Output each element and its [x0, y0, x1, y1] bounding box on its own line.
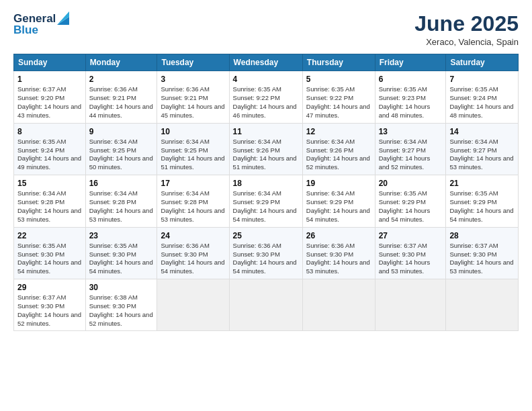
- day-info: Sunrise: 6:34 AMSunset: 9:28 PMDaylight:…: [161, 189, 224, 222]
- calendar-cell: [302, 279, 375, 330]
- day-number: 25: [233, 230, 299, 241]
- day-number: 26: [306, 230, 371, 241]
- day-info: Sunrise: 6:37 AMSunset: 9:30 PMDaylight:…: [379, 242, 431, 275]
- calendar-cell: 4Sunrise: 6:35 AMSunset: 9:22 PMDaylight…: [229, 71, 302, 123]
- calendar-cell: [375, 279, 446, 330]
- day-info: Sunrise: 6:35 AMSunset: 9:29 PMDaylight:…: [449, 189, 513, 222]
- calendar-cell: 30Sunrise: 6:38 AMSunset: 9:30 PMDayligh…: [85, 279, 157, 330]
- day-info: Sunrise: 6:35 AMSunset: 9:24 PMDaylight:…: [449, 85, 513, 118]
- calendar-cell: 12Sunrise: 6:34 AMSunset: 9:26 PMDayligh…: [302, 123, 375, 175]
- day-number: 24: [161, 230, 225, 241]
- day-info: Sunrise: 6:34 AMSunset: 9:27 PMDaylight:…: [379, 138, 431, 171]
- logo-icon: [57, 11, 69, 25]
- day-info: Sunrise: 6:36 AMSunset: 9:30 PMDaylight:…: [233, 242, 297, 275]
- day-info: Sunrise: 6:38 AMSunset: 9:30 PMDaylight:…: [89, 293, 153, 326]
- day-info: Sunrise: 6:37 AMSunset: 9:30 PMDaylight:…: [449, 242, 513, 275]
- subtitle: Xeraco, Valencia, Spain: [414, 37, 519, 47]
- day-number: 22: [17, 230, 82, 241]
- calendar-cell: 11Sunrise: 6:34 AMSunset: 9:26 PMDayligh…: [229, 123, 302, 175]
- day-number: 17: [161, 178, 225, 189]
- calendar-week-row: 22Sunrise: 6:35 AMSunset: 9:30 PMDayligh…: [14, 227, 519, 279]
- calendar-cell: 7Sunrise: 6:35 AMSunset: 9:24 PMDaylight…: [446, 71, 519, 123]
- day-number: 7: [449, 74, 515, 85]
- day-info: Sunrise: 6:35 AMSunset: 9:30 PMDaylight:…: [17, 242, 81, 275]
- calendar-week-row: 1Sunrise: 6:37 AMSunset: 9:20 PMDaylight…: [14, 71, 519, 123]
- day-number: 23: [89, 230, 154, 241]
- day-info: Sunrise: 6:35 AMSunset: 9:22 PMDaylight:…: [233, 85, 297, 118]
- main-title: June 2025: [414, 12, 519, 36]
- day-number: 28: [449, 230, 515, 241]
- calendar-cell: 3Sunrise: 6:36 AMSunset: 9:21 PMDaylight…: [157, 71, 229, 123]
- calendar-cell: 24Sunrise: 6:36 AMSunset: 9:30 PMDayligh…: [157, 227, 229, 279]
- logo-blue-text: Blue: [13, 24, 69, 37]
- day-info: Sunrise: 6:36 AMSunset: 9:21 PMDaylight:…: [161, 85, 224, 118]
- day-info: Sunrise: 6:34 AMSunset: 9:25 PMDaylight:…: [89, 138, 153, 171]
- calendar-cell: 6Sunrise: 6:35 AMSunset: 9:23 PMDaylight…: [375, 71, 446, 123]
- calendar-cell: 29Sunrise: 6:37 AMSunset: 9:30 PMDayligh…: [14, 279, 86, 330]
- calendar-cell: 5Sunrise: 6:35 AMSunset: 9:22 PMDaylight…: [302, 71, 375, 123]
- day-info: Sunrise: 6:34 AMSunset: 9:28 PMDaylight:…: [89, 189, 153, 222]
- calendar-week-row: 8Sunrise: 6:35 AMSunset: 9:24 PMDaylight…: [14, 123, 519, 175]
- day-info: Sunrise: 6:37 AMSunset: 9:20 PMDaylight:…: [17, 85, 81, 118]
- day-info: Sunrise: 6:36 AMSunset: 9:21 PMDaylight:…: [89, 85, 153, 118]
- day-number: 14: [449, 126, 515, 137]
- calendar-cell: 28Sunrise: 6:37 AMSunset: 9:30 PMDayligh…: [446, 227, 519, 279]
- calendar-cell: 23Sunrise: 6:35 AMSunset: 9:30 PMDayligh…: [85, 227, 157, 279]
- calendar-header-thursday: Thursday: [302, 54, 375, 71]
- day-info: Sunrise: 6:34 AMSunset: 9:26 PMDaylight:…: [233, 138, 297, 171]
- day-number: 21: [449, 178, 515, 189]
- day-info: Sunrise: 6:34 AMSunset: 9:27 PMDaylight:…: [449, 138, 513, 171]
- calendar-cell: 20Sunrise: 6:35 AMSunset: 9:29 PMDayligh…: [375, 175, 446, 227]
- calendar-cell: 8Sunrise: 6:35 AMSunset: 9:24 PMDaylight…: [14, 123, 86, 175]
- calendar-week-row: 29Sunrise: 6:37 AMSunset: 9:30 PMDayligh…: [14, 279, 519, 330]
- calendar-cell: [157, 279, 229, 330]
- day-info: Sunrise: 6:34 AMSunset: 9:29 PMDaylight:…: [233, 189, 297, 222]
- day-info: Sunrise: 6:35 AMSunset: 9:22 PMDaylight:…: [306, 85, 370, 118]
- day-number: 6: [379, 74, 443, 85]
- day-number: 9: [89, 126, 154, 137]
- day-info: Sunrise: 6:35 AMSunset: 9:29 PMDaylight:…: [379, 189, 431, 222]
- day-info: Sunrise: 6:34 AMSunset: 9:28 PMDaylight:…: [17, 189, 81, 222]
- day-info: Sunrise: 6:34 AMSunset: 9:29 PMDaylight:…: [306, 189, 370, 222]
- day-info: Sunrise: 6:34 AMSunset: 9:26 PMDaylight:…: [306, 138, 370, 171]
- calendar-cell: 2Sunrise: 6:36 AMSunset: 9:21 PMDaylight…: [85, 71, 157, 123]
- day-number: 8: [17, 126, 82, 137]
- calendar-cell: 21Sunrise: 6:35 AMSunset: 9:29 PMDayligh…: [446, 175, 519, 227]
- day-number: 15: [17, 178, 82, 189]
- calendar-week-row: 15Sunrise: 6:34 AMSunset: 9:28 PMDayligh…: [14, 175, 519, 227]
- calendar-cell: 27Sunrise: 6:37 AMSunset: 9:30 PMDayligh…: [375, 227, 446, 279]
- calendar-cell: 18Sunrise: 6:34 AMSunset: 9:29 PMDayligh…: [229, 175, 302, 227]
- day-info: Sunrise: 6:36 AMSunset: 9:30 PMDaylight:…: [306, 242, 370, 275]
- calendar-header-wednesday: Wednesday: [229, 54, 302, 71]
- calendar-header-row: SundayMondayTuesdayWednesdayThursdayFrid…: [14, 54, 519, 71]
- calendar-header-tuesday: Tuesday: [157, 54, 229, 71]
- day-info: Sunrise: 6:37 AMSunset: 9:30 PMDaylight:…: [17, 293, 81, 326]
- calendar-table: SundayMondayTuesdayWednesdayThursdayFrid…: [13, 54, 519, 331]
- day-number: 27: [379, 230, 443, 241]
- calendar-cell: 1Sunrise: 6:37 AMSunset: 9:20 PMDaylight…: [14, 71, 86, 123]
- day-number: 4: [233, 74, 299, 85]
- logo: General Blue: [13, 12, 69, 37]
- header: General Blue June 2025 Xeraco, Valencia,…: [13, 12, 519, 47]
- calendar-header-saturday: Saturday: [446, 54, 519, 71]
- calendar-cell: 13Sunrise: 6:34 AMSunset: 9:27 PMDayligh…: [375, 123, 446, 175]
- day-info: Sunrise: 6:35 AMSunset: 9:30 PMDaylight:…: [89, 242, 153, 275]
- day-number: 16: [89, 178, 154, 189]
- day-info: Sunrise: 6:34 AMSunset: 9:25 PMDaylight:…: [161, 138, 224, 171]
- day-number: 19: [306, 178, 371, 189]
- calendar-cell: 26Sunrise: 6:36 AMSunset: 9:30 PMDayligh…: [302, 227, 375, 279]
- calendar-header-sunday: Sunday: [14, 54, 86, 71]
- calendar-cell: 16Sunrise: 6:34 AMSunset: 9:28 PMDayligh…: [85, 175, 157, 227]
- day-number: 11: [233, 126, 299, 137]
- day-number: 18: [233, 178, 299, 189]
- title-block: June 2025 Xeraco, Valencia, Spain: [414, 12, 519, 47]
- calendar-header-monday: Monday: [85, 54, 157, 71]
- page: General Blue June 2025 Xeraco, Valencia,…: [0, 0, 532, 411]
- day-number: 29: [17, 282, 82, 293]
- calendar-cell: 10Sunrise: 6:34 AMSunset: 9:25 PMDayligh…: [157, 123, 229, 175]
- calendar-cell: [229, 279, 302, 330]
- day-number: 5: [306, 74, 371, 85]
- calendar-cell: 9Sunrise: 6:34 AMSunset: 9:25 PMDaylight…: [85, 123, 157, 175]
- calendar-cell: 19Sunrise: 6:34 AMSunset: 9:29 PMDayligh…: [302, 175, 375, 227]
- day-info: Sunrise: 6:35 AMSunset: 9:23 PMDaylight:…: [379, 85, 431, 118]
